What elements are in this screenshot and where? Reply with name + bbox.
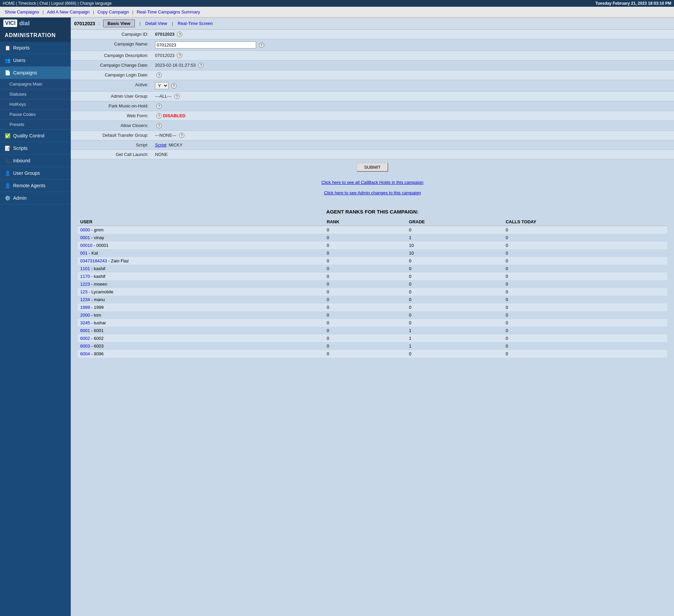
sidebar-item-remote-agents[interactable]: 👤 Remote Agents bbox=[0, 180, 71, 192]
campaign-id-bar: 07012023 : Basic View | Detail View | Re… bbox=[71, 18, 674, 30]
admin-changes-link[interactable]: Click here to see Admin changes to this … bbox=[75, 190, 669, 195]
table-row: 1234 - manu 0 0 0 bbox=[78, 296, 667, 303]
chat-link[interactable]: Chat bbox=[39, 1, 48, 6]
realtime-summary-link[interactable]: Real-Time Campaigns Summary bbox=[135, 8, 202, 15]
show-campaigns-link[interactable]: Show Campaigns bbox=[3, 8, 41, 15]
grade-cell: 0 bbox=[406, 288, 503, 296]
sidebar-item-quality-control[interactable]: ✅ Quality Control bbox=[0, 130, 71, 142]
campaign-id-help[interactable]: ? bbox=[177, 32, 182, 37]
calls-cell: 0 bbox=[503, 319, 667, 327]
top-links[interactable]: HOME | Timeclock | Chat | Logout (6666) … bbox=[3, 1, 112, 6]
sidebar-subitem-statuses[interactable]: Statuses bbox=[0, 89, 71, 99]
submit-button[interactable]: SUBMIT bbox=[357, 163, 388, 172]
calls-cell: 0 bbox=[503, 303, 667, 311]
user-link[interactable]: 1234 bbox=[80, 297, 90, 302]
grade-cell: 1 bbox=[406, 234, 503, 241]
logout-link[interactable]: Logout (6666) bbox=[51, 1, 76, 6]
change-lang-link[interactable]: Change language bbox=[80, 1, 112, 6]
user-link[interactable]: 03473184243 bbox=[80, 258, 107, 263]
user-link[interactable]: 1170 bbox=[80, 274, 90, 279]
campaign-login-date-row: Campaign Login Date: ? bbox=[71, 70, 674, 80]
user-link[interactable]: 001 bbox=[80, 251, 88, 256]
sidebar-subitem-pause-codes[interactable]: Pause Codes bbox=[0, 109, 71, 120]
campaign-name-input[interactable] bbox=[155, 41, 256, 48]
rank-cell: 0 bbox=[324, 265, 406, 272]
user-link[interactable]: 0001 bbox=[80, 235, 90, 240]
copy-campaign-link[interactable]: Copy Campaign bbox=[95, 8, 131, 15]
sidebar-item-reports[interactable]: 📋 Reports bbox=[0, 42, 71, 54]
sidebar-subitem-presets[interactable]: Presets bbox=[0, 120, 71, 130]
inbound-label: Inbound bbox=[13, 158, 30, 163]
campaigns-label: Campaigns bbox=[13, 70, 37, 75]
callback-holds-link[interactable]: Click here to see all CallBack Holds in … bbox=[75, 180, 669, 185]
grade-cell: 10 bbox=[406, 249, 503, 257]
add-campaign-link[interactable]: Add A New Campaign bbox=[45, 8, 91, 15]
user-link[interactable]: 2000 bbox=[80, 313, 90, 318]
user-link[interactable]: 1101 bbox=[80, 266, 90, 271]
grade-cell: 1 bbox=[406, 327, 503, 334]
allow-closers-help[interactable]: ? bbox=[156, 123, 162, 128]
sidebar-item-campaigns[interactable]: 📄 Campaigns bbox=[0, 67, 71, 79]
table-row: 2000 - tom 0 0 0 bbox=[78, 311, 667, 319]
user-link[interactable]: 1999 bbox=[80, 305, 90, 310]
get-call-launch-text: NONE bbox=[155, 152, 168, 157]
active-select[interactable]: Y N bbox=[155, 82, 168, 89]
user-link[interactable]: 0000 bbox=[80, 227, 90, 232]
admin-user-group-help[interactable]: ? bbox=[174, 94, 180, 99]
realtime-screen-button[interactable]: Real-Time Screen bbox=[178, 21, 213, 26]
rank-cell: 0 bbox=[324, 303, 406, 311]
table-row: 001 - Kat 0 10 0 bbox=[78, 249, 667, 257]
basic-view-button[interactable]: Basic View bbox=[103, 20, 135, 27]
user-link[interactable]: 1223 bbox=[80, 282, 90, 287]
user-cell: 1234 - manu bbox=[78, 296, 324, 303]
user-link[interactable]: 6002 bbox=[80, 336, 90, 341]
admin-icon: ⚙️ bbox=[5, 195, 10, 201]
park-music-help[interactable]: ? bbox=[156, 103, 162, 109]
calls-cell: 0 bbox=[503, 249, 667, 257]
default-transfer-row: Default Transfer Group: ---NONE--- ? bbox=[71, 131, 674, 140]
script-link[interactable]: Script bbox=[155, 142, 166, 148]
calls-cell: 0 bbox=[503, 296, 667, 303]
campaign-form: Campaign ID: 07012023 ? Campaign Name: ?… bbox=[71, 30, 674, 175]
rank-cell: 0 bbox=[324, 334, 406, 342]
default-transfer-help[interactable]: ? bbox=[179, 133, 184, 138]
user-link[interactable]: 6003 bbox=[80, 344, 90, 349]
active-help[interactable]: ? bbox=[171, 83, 177, 89]
web-form-disabled: DISABLED bbox=[163, 113, 185, 118]
campaign-change-date-help[interactable]: ? bbox=[198, 63, 204, 68]
user-link[interactable]: 00010 bbox=[80, 243, 92, 248]
admin-user-group-text: ---ALL--- bbox=[155, 94, 172, 99]
calls-cell: 0 bbox=[503, 265, 667, 272]
campaign-desc-text: 07012023 bbox=[155, 53, 175, 58]
links-section: Click here to see all CallBack Holds in … bbox=[71, 175, 674, 205]
campaign-login-date-help[interactable]: ? bbox=[156, 72, 162, 78]
timeclock-link[interactable]: Timeclock bbox=[18, 1, 36, 6]
calls-cell: 0 bbox=[503, 311, 667, 319]
view-sep1: | bbox=[140, 21, 141, 26]
user-cell: 6001 - 6001 bbox=[78, 327, 324, 334]
sidebar-item-admin[interactable]: ⚙️ Admin bbox=[0, 192, 71, 204]
detail-view-button[interactable]: Detail View bbox=[145, 21, 167, 26]
user-link[interactable]: 6001 bbox=[80, 328, 90, 333]
sidebar-item-user-groups[interactable]: 👤 User Groups bbox=[0, 167, 71, 180]
sidebar-subitem-hotkeys[interactable]: HotKeys bbox=[0, 99, 71, 109]
sidebar-subitem-campaigns-main[interactable]: Campaigns Main bbox=[0, 79, 71, 89]
calls-cell: 0 bbox=[503, 288, 667, 296]
user-link[interactable]: 3245 bbox=[80, 320, 90, 325]
sidebar-title: ADMINISTRATION bbox=[0, 29, 71, 42]
sidebar-item-users[interactable]: 👥 Users bbox=[0, 54, 71, 67]
user-link[interactable]: 6004 bbox=[80, 351, 90, 356]
calls-cell: 0 bbox=[503, 226, 667, 234]
user-link[interactable]: 123 bbox=[80, 289, 88, 294]
calls-cell: 0 bbox=[503, 241, 667, 249]
web-form-help[interactable]: ? bbox=[156, 113, 162, 119]
rank-cell: 0 bbox=[324, 319, 406, 327]
rank-cell: 0 bbox=[324, 311, 406, 319]
sidebar-item-scripts[interactable]: 📝 Scripts bbox=[0, 142, 71, 155]
table-row: 3245 - tushar 0 0 0 bbox=[78, 319, 667, 327]
campaign-name-help[interactable]: ? bbox=[259, 42, 264, 48]
home-link[interactable]: HOME bbox=[3, 1, 15, 6]
campaign-desc-help[interactable]: ? bbox=[177, 53, 182, 58]
user-cell: 03473184243 - Zain Fiaz bbox=[78, 257, 324, 265]
sidebar-item-inbound[interactable]: 📞 Inbound bbox=[0, 155, 71, 167]
